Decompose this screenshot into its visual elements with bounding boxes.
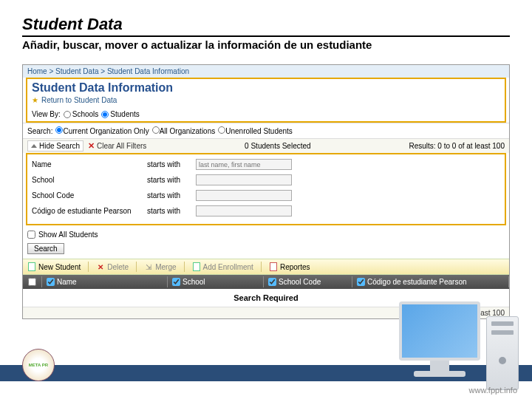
pearson-code-input[interactable] xyxy=(196,205,292,216)
x-icon: ✕ xyxy=(88,141,95,151)
search-button[interactable]: Search xyxy=(27,243,64,254)
show-all-label: Show All Students xyxy=(38,231,98,239)
hide-search-button[interactable]: Hide Search xyxy=(27,140,83,151)
filter-label: Name xyxy=(32,160,143,168)
report-icon xyxy=(269,262,278,271)
search-options-row: Search: Current Organization Only All Or… xyxy=(23,123,509,138)
filter-label: School xyxy=(32,176,143,184)
col-toggle-school[interactable] xyxy=(172,278,180,286)
breadcrumb-home[interactable]: Home xyxy=(27,67,47,75)
select-all-checkbox[interactable] xyxy=(28,278,36,286)
select-all-cell xyxy=(23,276,42,287)
action-toolbar: New Student ✕ Delete ⇲ Merge Add Enrollm… xyxy=(23,259,509,275)
slide-footer: META PR www.fppt.info xyxy=(0,355,532,399)
search-label: Search: xyxy=(27,127,52,135)
filter-label: School Code xyxy=(32,191,143,200)
return-link[interactable]: ★ Return to Student Data xyxy=(27,95,505,107)
view-by-row: View By: Schools Students xyxy=(27,107,505,121)
clear-filters-label: Clear All Filters xyxy=(97,142,146,150)
filter-op: starts with xyxy=(147,207,191,215)
app-window: Home > Student Data > Student Data Infor… xyxy=(22,64,510,319)
tower-graphic xyxy=(486,316,519,390)
radio-all-orgs[interactable]: All Organizations xyxy=(152,126,216,135)
monitor-graphic xyxy=(392,301,488,390)
clear-filters-button[interactable]: ✕ Clear All Filters xyxy=(88,141,146,151)
document-add-icon xyxy=(192,262,201,271)
add-enrollment-button[interactable]: Add Enrollment xyxy=(192,262,253,271)
document-new-icon xyxy=(27,262,36,271)
slide-title: Student Data xyxy=(22,15,510,37)
reports-button[interactable]: Reportes xyxy=(269,262,310,271)
filter-op: starts with xyxy=(147,160,191,168)
slide-subtitle: Añadir, buscar, mover o actualizar la in… xyxy=(22,38,510,51)
school-input[interactable] xyxy=(196,174,292,185)
radio-unenrolled[interactable]: Unenrolled Students xyxy=(218,126,293,135)
col-toggle-name[interactable] xyxy=(47,278,55,286)
name-input[interactable] xyxy=(196,159,292,170)
page-title: Student Data Information xyxy=(27,79,505,95)
filter-op: starts with xyxy=(147,191,191,200)
show-all-row: Show All Students xyxy=(23,228,509,241)
col-toggle-pearson[interactable] xyxy=(357,278,365,286)
delete-button[interactable]: ✕ Delete xyxy=(96,262,129,271)
breadcrumb-current: Student Data Information xyxy=(107,67,189,75)
view-by-label: View By: xyxy=(32,110,61,118)
highlight-title-area: Student Data Information ★ Return to Stu… xyxy=(26,78,506,123)
radio-schools[interactable]: Schools xyxy=(64,110,99,118)
hide-search-label: Hide Search xyxy=(39,142,80,150)
show-all-checkbox[interactable] xyxy=(27,231,35,239)
filters-panel: Name starts with School starts with Scho… xyxy=(27,154,505,224)
col-school-code[interactable]: School Code xyxy=(264,276,352,287)
filter-row-school: School starts with xyxy=(32,174,500,185)
chevron-up-icon xyxy=(31,144,37,148)
star-icon: ★ xyxy=(32,96,38,104)
results-range: Results: 0 to 0 of at least 100 xyxy=(409,142,505,150)
highlight-filters-area: Name starts with School starts with Scho… xyxy=(26,153,506,225)
breadcrumb-student-data[interactable]: Student Data xyxy=(55,67,98,75)
filter-op: starts with xyxy=(147,176,191,184)
filter-label: Código de estudiante Pearson xyxy=(32,207,143,215)
radio-current-org[interactable]: Current Organization Only xyxy=(55,126,149,135)
students-selected-count: 0 Students Selected xyxy=(245,142,311,150)
breadcrumb: Home > Student Data > Student Data Infor… xyxy=(23,65,509,78)
school-code-input[interactable] xyxy=(196,190,292,201)
col-name[interactable]: Name xyxy=(42,276,168,287)
col-toggle-school-code[interactable] xyxy=(268,278,276,286)
meta-pr-logo: META PR xyxy=(22,349,66,386)
merge-icon: ⇲ xyxy=(144,262,153,271)
filter-row-name: Name starts with xyxy=(32,159,500,170)
col-pearson-code[interactable]: Código de estudiante Pearson xyxy=(352,276,509,287)
col-school[interactable]: School xyxy=(168,276,264,287)
table-header: Name School School Code Código de estudi… xyxy=(23,275,509,289)
filter-row-pearson-code: Código de estudiante Pearson starts with xyxy=(32,205,500,216)
merge-button[interactable]: ⇲ Merge xyxy=(144,262,176,271)
new-student-button[interactable]: New Student xyxy=(27,262,81,271)
return-link-label: Return to Student Data xyxy=(41,96,117,104)
radio-students[interactable]: Students xyxy=(101,110,139,118)
footer-url: www.fppt.info xyxy=(469,386,517,395)
results-bar: Hide Search ✕ Clear All Filters 0 Studen… xyxy=(23,138,509,153)
filter-row-school-code: School Code starts with xyxy=(32,190,500,201)
delete-icon: ✕ xyxy=(96,262,105,271)
